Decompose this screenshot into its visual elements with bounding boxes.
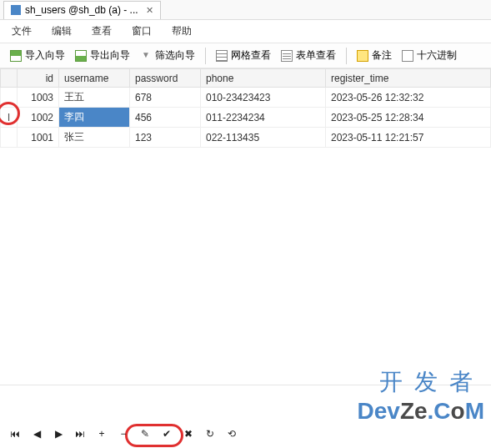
header-id[interactable]: id bbox=[18, 69, 59, 88]
record-nav-bar: ⏮ ◀ ▶ ⏭ + − ✎ ✔ ✖ ↻ ⟲ bbox=[8, 423, 483, 445]
filter-wizard-button[interactable]: 筛选向导 bbox=[135, 47, 200, 64]
cell-id[interactable]: 1002 bbox=[18, 108, 59, 128]
form-view-button[interactable]: 表单查看 bbox=[276, 47, 341, 64]
grid-icon bbox=[216, 50, 228, 62]
export-label: 导出向导 bbox=[90, 48, 130, 63]
header-phone[interactable]: phone bbox=[201, 69, 326, 88]
menu-file[interactable]: 文件 bbox=[12, 24, 32, 38]
row-marker bbox=[1, 88, 18, 108]
watermark: 开发者 DevZe.CoM bbox=[358, 366, 485, 425]
menu-help[interactable]: 帮助 bbox=[172, 24, 192, 38]
undo-button[interactable]: ⟲ bbox=[225, 427, 238, 440]
cell-username[interactable]: 王五 bbox=[59, 88, 130, 108]
separator bbox=[346, 48, 347, 64]
close-icon[interactable]: ✕ bbox=[146, 5, 153, 16]
last-record-button[interactable]: ⏭ bbox=[73, 427, 87, 440]
next-record-button[interactable]: ▶ bbox=[52, 427, 65, 440]
cell-register_time[interactable]: 2023-05-25 12:28:34 bbox=[326, 108, 491, 128]
prev-record-button[interactable]: ◀ bbox=[30, 427, 43, 440]
cell-password[interactable]: 456 bbox=[130, 108, 201, 128]
header-row: id username password phone register_time bbox=[1, 69, 491, 88]
cell-password[interactable]: 678 bbox=[130, 88, 201, 108]
delete-record-button[interactable]: − bbox=[117, 427, 130, 440]
export-wizard-button[interactable]: 导出向导 bbox=[70, 47, 135, 64]
watermark-line2: DevZe.CoM bbox=[358, 398, 485, 425]
menu-edit[interactable]: 编辑 bbox=[52, 24, 72, 38]
row-marker bbox=[1, 128, 18, 148]
tab-bar: sh_users @sh_db (a) - ... ✕ bbox=[0, 0, 491, 20]
row-marker: I bbox=[1, 108, 18, 128]
menu-window[interactable]: 窗口 bbox=[132, 24, 152, 38]
cell-phone[interactable]: 022-113435 bbox=[201, 128, 326, 148]
tab-title: sh_users @sh_db (a) - ... bbox=[25, 4, 138, 16]
header-password[interactable]: password bbox=[130, 69, 201, 88]
notes-label: 备注 bbox=[372, 48, 392, 63]
table-row[interactable]: 1003王五678010-234234232023-05-26 12:32:32 bbox=[1, 88, 491, 108]
table-row[interactable]: I1002李四456011-22342342023-05-25 12:28:34 bbox=[1, 108, 491, 128]
toolbar: 导入向导 导出向导 筛选向导 网格查看 表单查看 备注 十六进制 bbox=[0, 43, 491, 68]
grid-view-button[interactable]: 网格查看 bbox=[211, 47, 276, 64]
cell-username[interactable]: 张三 bbox=[59, 128, 130, 148]
cell-password[interactable]: 123 bbox=[130, 128, 201, 148]
hex-icon bbox=[402, 50, 413, 62]
menu-bar: 文件 编辑 查看 窗口 帮助 bbox=[0, 20, 491, 43]
form-icon bbox=[281, 50, 293, 62]
edit-record-button[interactable]: ✎ bbox=[138, 427, 152, 440]
header-marker bbox=[1, 69, 18, 88]
header-register-time[interactable]: register_time bbox=[326, 69, 491, 88]
cell-phone[interactable]: 010-23423423 bbox=[201, 88, 326, 108]
filter-label: 筛选向导 bbox=[155, 48, 195, 63]
refresh-button[interactable]: ↻ bbox=[203, 427, 217, 440]
first-record-button[interactable]: ⏮ bbox=[8, 427, 22, 440]
form-label: 表单查看 bbox=[296, 48, 336, 63]
cell-id[interactable]: 1001 bbox=[18, 128, 59, 148]
apply-button[interactable]: ✔ bbox=[160, 427, 173, 440]
hex-button[interactable]: 十六进制 bbox=[397, 47, 462, 64]
note-icon bbox=[357, 50, 368, 62]
header-username[interactable]: username bbox=[59, 69, 130, 88]
filter-icon bbox=[140, 50, 152, 62]
cell-id[interactable]: 1003 bbox=[18, 88, 59, 108]
tab-sh-users[interactable]: sh_users @sh_db (a) - ... ✕ bbox=[3, 1, 161, 19]
notes-button[interactable]: 备注 bbox=[352, 47, 397, 64]
separator bbox=[205, 48, 206, 64]
import-icon bbox=[10, 50, 22, 62]
cell-username[interactable]: 李四 bbox=[59, 108, 130, 128]
export-icon bbox=[75, 50, 87, 62]
table-row[interactable]: 1001张三123022-1134352023-05-11 12:21:57 bbox=[1, 128, 491, 148]
hex-label: 十六进制 bbox=[417, 48, 457, 63]
grid-label: 网格查看 bbox=[231, 48, 271, 63]
cell-phone[interactable]: 011-2234234 bbox=[201, 108, 326, 128]
import-label: 导入向导 bbox=[25, 48, 65, 63]
menu-view[interactable]: 查看 bbox=[92, 24, 112, 38]
import-wizard-button[interactable]: 导入向导 bbox=[5, 47, 70, 64]
cell-register_time[interactable]: 2023-05-26 12:32:32 bbox=[326, 88, 491, 108]
add-record-button[interactable]: + bbox=[95, 427, 108, 440]
watermark-line1: 开发者 bbox=[358, 366, 485, 398]
table-icon bbox=[11, 5, 21, 15]
cancel-button[interactable]: ✖ bbox=[182, 427, 195, 440]
data-grid[interactable]: id username password phone register_time… bbox=[0, 68, 491, 385]
cell-register_time[interactable]: 2023-05-11 12:21:57 bbox=[326, 128, 491, 148]
